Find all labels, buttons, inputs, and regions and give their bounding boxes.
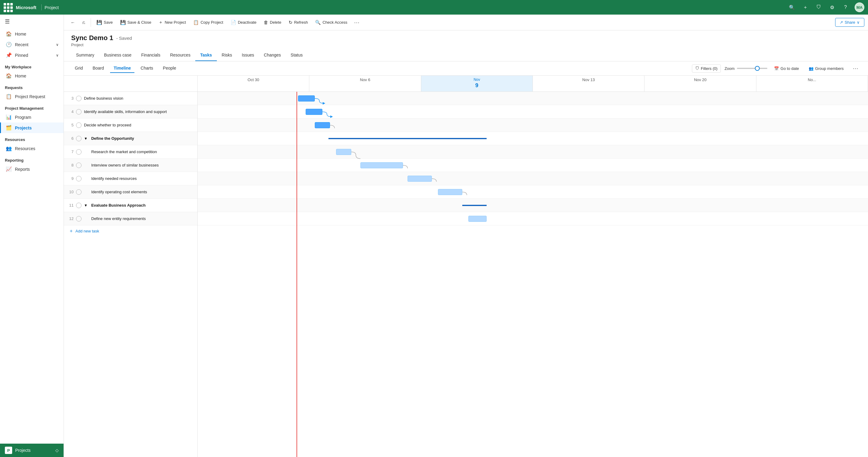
table-row: 7 Research the market and competition <box>64 145 197 159</box>
resources-icon: 👥 <box>6 145 12 151</box>
recent-icon: 🕐 <box>6 42 12 47</box>
gantt-bar-7[interactable] <box>336 149 351 155</box>
tab-risks[interactable]: Risks <box>217 50 237 61</box>
group-members-button[interactable]: 👥 Group members <box>806 65 847 72</box>
save-close-button[interactable]: 💾 Save & Close <box>117 18 155 27</box>
sidebar-label-resources: Resources <box>15 146 35 151</box>
share-icon: ↗ <box>840 20 843 25</box>
task-name-group: Evaluate Business Approach <box>91 203 195 207</box>
deactivate-button[interactable]: 📄 Deactivate <box>227 18 259 27</box>
sidebar-item-home-workplace[interactable]: 🏠 Home <box>0 70 64 81</box>
sidebar-toggle[interactable]: ☰ <box>0 14 64 29</box>
chart-row-6 <box>198 132 868 145</box>
sub-tab-timeline[interactable]: Timeline <box>110 64 135 73</box>
expand-icon[interactable]: ▼ <box>84 203 88 207</box>
project-saved-status: - Saved <box>116 36 132 41</box>
check-access-icon: 🔍 <box>315 20 321 25</box>
back-button[interactable]: ← <box>67 18 78 27</box>
sub-tab-grid[interactable]: Grid <box>71 64 86 73</box>
sidebar-item-projects[interactable]: 🗂️ Projects <box>0 123 64 133</box>
sidebar-label-reports: Reports <box>15 167 30 172</box>
task-checkbox[interactable] <box>76 203 82 208</box>
search-icon[interactable]: 🔍 <box>788 3 796 11</box>
gantt-bar-3[interactable] <box>298 95 315 101</box>
section-resources: Resources <box>0 133 64 143</box>
new-project-button[interactable]: ＋ New Project <box>155 18 189 27</box>
task-checkbox[interactable] <box>76 96 82 101</box>
task-checkbox[interactable] <box>76 189 82 195</box>
sidebar-item-reports[interactable]: 📈 Reports <box>0 164 64 174</box>
tab-status[interactable]: Status <box>286 50 308 61</box>
gantt-container: Oct 30 Nov 6 Nov 9 Nov 13 Nov 20 <box>64 76 868 457</box>
nav-divider <box>41 4 42 10</box>
sub-tab-people[interactable]: People <box>159 64 180 73</box>
connector-5 <box>198 119 868 132</box>
expand-icon[interactable]: ▼ <box>84 136 88 141</box>
refresh-button[interactable]: ↻ Refresh <box>286 18 311 27</box>
gantt-bar-10[interactable] <box>438 189 462 195</box>
tab-summary[interactable]: Summary <box>71 50 99 61</box>
filter-icon[interactable]: ⛉ <box>814 3 823 11</box>
task-checkbox[interactable] <box>76 136 82 141</box>
tab-tasks[interactable]: Tasks <box>195 50 217 61</box>
sidebar-item-recent[interactable]: 🕐 Recent ∨ <box>0 39 64 50</box>
copy-project-button[interactable]: 📋 Copy Project <box>190 18 226 27</box>
sidebar-item-pinned[interactable]: 📌 Pinned ∨ <box>0 50 64 61</box>
sidebar-item-project-request[interactable]: 📋 Project Request <box>0 91 64 102</box>
timeline-more-button[interactable]: ⋯ <box>850 64 861 73</box>
date-nov13: Nov 13 <box>533 76 645 92</box>
gantt-bar-12[interactable] <box>468 216 487 222</box>
gantt-bar-5[interactable] <box>315 122 330 128</box>
plus-icon[interactable]: ＋ <box>801 3 810 11</box>
deactivate-icon: 📄 <box>230 20 236 25</box>
task-checkbox[interactable] <box>76 109 82 115</box>
task-name: Decide whether to proceed <box>84 123 195 127</box>
task-checkbox[interactable] <box>76 176 82 182</box>
waffle-menu-icon[interactable] <box>4 3 12 11</box>
tab-issues[interactable]: Issues <box>237 50 259 61</box>
gantt-bar-8[interactable] <box>361 162 403 168</box>
task-checkbox[interactable] <box>76 149 82 155</box>
gantt-bar-9[interactable] <box>407 176 432 182</box>
sidebar-item-home-top[interactable]: 🏠 Home <box>0 29 64 39</box>
sub-toolbar: Grid Board Timeline Charts People ⛉ Filt… <box>64 61 868 76</box>
zoom-slider[interactable] <box>737 68 767 69</box>
today-line <box>297 92 297 457</box>
sub-tab-board[interactable]: Board <box>89 64 107 73</box>
delete-button[interactable]: 🗑 Delete <box>261 18 284 27</box>
sidebar: ☰ 🏠 Home 🕐 Recent ∨ 📌 Pinned ∨ My Workpl… <box>0 14 64 457</box>
task-checkbox[interactable] <box>76 123 82 128</box>
go-to-date-button[interactable]: 📅 Go to date <box>771 65 802 72</box>
add-task-row[interactable]: ＋ Add new task <box>64 225 197 237</box>
task-checkbox[interactable] <box>76 163 82 168</box>
task-number: 11 <box>66 203 73 207</box>
sidebar-item-resources[interactable]: 👥 Resources <box>0 143 64 154</box>
tab-financials[interactable]: Financials <box>136 50 165 61</box>
task-checkbox[interactable] <box>76 216 82 222</box>
task-number: 3 <box>66 96 73 101</box>
chart-row-9 <box>198 172 868 185</box>
task-number: 5 <box>66 123 73 127</box>
share-button[interactable]: ↗ Share ∨ <box>835 18 864 27</box>
tab-changes[interactable]: Changes <box>259 50 286 61</box>
user-avatar[interactable]: MA <box>855 2 864 12</box>
filter-button[interactable]: ⛉ Filters (0) <box>692 64 721 73</box>
restore-button[interactable]: ⎌ <box>80 18 88 27</box>
sub-tab-charts[interactable]: Charts <box>137 64 157 73</box>
sidebar-bottom-projects[interactable]: P Projects ◇ <box>0 444 64 457</box>
add-task-icon: ＋ <box>69 228 73 234</box>
check-access-button[interactable]: 🔍 Check Access <box>312 18 350 27</box>
more-options-button[interactable]: ⋯ <box>351 18 362 27</box>
gantt-bar-4[interactable] <box>306 109 322 115</box>
save-button[interactable]: 💾 Save <box>93 18 116 27</box>
settings-icon[interactable]: ⚙ <box>828 3 836 11</box>
help-icon[interactable]: ? <box>841 3 850 11</box>
tab-resources[interactable]: Resources <box>165 50 195 61</box>
sidebar-item-program[interactable]: 📊 Program <box>0 112 64 123</box>
save-label: Save <box>104 20 113 25</box>
tab-business-case[interactable]: Business case <box>99 50 136 61</box>
filter-label: Filters (0) <box>701 66 717 71</box>
date-oct30: Oct 30 <box>198 76 309 92</box>
chart-row-10 <box>198 185 868 199</box>
save-close-label: Save & Close <box>127 20 151 25</box>
